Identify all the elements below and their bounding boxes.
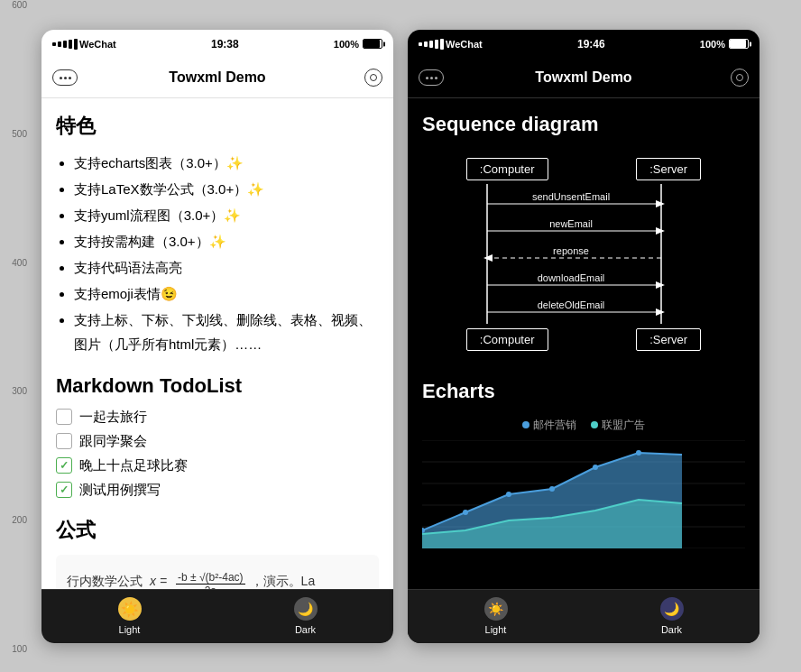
- todo-label-1: 一起去旅行: [79, 409, 147, 426]
- formula-text: 行内数学公式 x = -b ± √(b²-4ac) 2a ，演示。La: [67, 566, 368, 589]
- chart-dot: [636, 450, 641, 456]
- right-scroll-area[interactable]: Sequence diagram :Computer :Server: [408, 98, 760, 589]
- left-tab-light[interactable]: ☀️ Light: [41, 590, 217, 643]
- chart-dot: [593, 465, 598, 470]
- left-battery-icon: [363, 39, 382, 49]
- left-title: Towxml Demo: [78, 69, 357, 86]
- svg-marker-5: [656, 227, 665, 235]
- msg-2-label: newEmail: [549, 218, 593, 229]
- sequence-arrows-svg: sendUnsentEmail newEmail reponse downloa…: [422, 184, 745, 328]
- seq-top-boxes: :Computer :Server: [422, 158, 745, 180]
- left-tab-dark-label: Dark: [295, 624, 316, 635]
- right-tab-bar: ☀️ Light 🌙 Dark: [408, 589, 760, 643]
- todo-checkbox-1[interactable]: [56, 409, 72, 425]
- feature-list: 支持echarts图表（3.0+）✨ 支持LaTeX数学公式（3.0+）✨ 支持…: [56, 151, 379, 356]
- left-battery-area: 100%: [334, 39, 382, 50]
- right-battery-area: 100%: [700, 39, 749, 50]
- svg-marker-7: [483, 254, 493, 262]
- todo-label-2: 跟同学聚会: [79, 433, 147, 450]
- svg-marker-11: [656, 308, 665, 316]
- list-item: 支持emoji表情😉: [74, 281, 379, 306]
- right-carrier: WeChat: [446, 39, 483, 50]
- chart-legend: 邮件营销 联盟广告: [422, 418, 745, 433]
- right-status-time: 19:46: [483, 38, 700, 51]
- legend-item-2: 联盟广告: [591, 418, 645, 433]
- seq-actor-server-bottom: :Server: [636, 328, 701, 351]
- left-signal: [52, 39, 78, 50]
- left-tab-light-label: Light: [119, 624, 141, 635]
- formula-title: 公式: [56, 517, 379, 544]
- seq-actor-computer-top: :Computer: [466, 158, 548, 180]
- todo-checkbox-3[interactable]: [56, 457, 72, 474]
- left-scroll-area[interactable]: 特色 支持echarts图表（3.0+）✨ 支持LaTeX数学公式（3.0+）✨…: [41, 98, 393, 589]
- todo-label-3: 晚上十点足球比赛: [79, 457, 188, 474]
- left-battery-pct: 100%: [334, 39, 359, 50]
- legend-item-1: 邮件营销: [522, 418, 576, 433]
- chart-dot: [463, 510, 468, 515]
- legend-dot-2: [591, 421, 598, 428]
- legend-dot-1: [522, 421, 529, 428]
- echarts-title: Echarts: [422, 380, 745, 403]
- list-item: 支持LaTeX数学公式（3.0+）✨: [74, 177, 379, 201]
- right-phone: WeChat 19:46 100% Towxml Demo Sequence d…: [408, 30, 760, 643]
- list-item: 支持echarts图表（3.0+）✨: [74, 151, 379, 175]
- list-item: 支持代码语法高亮: [74, 255, 379, 280]
- left-phone: WeChat 19:38 100% Towxml Demo 特色 支持echar…: [41, 30, 393, 643]
- right-sun-icon: ☀️: [484, 597, 508, 621]
- echarts-section: Echarts 邮件营销 联盟广告 600 500: [422, 380, 745, 548]
- left-status-time: 19:38: [116, 38, 334, 51]
- right-menu-dots[interactable]: [419, 69, 444, 86]
- right-status-bar: WeChat 19:46 100%: [408, 30, 760, 59]
- todo-section: Markdown TodoList 一起去旅行 跟同学聚会 晚上十点足球比赛: [56, 374, 379, 499]
- left-moon-icon: 🌙: [294, 597, 318, 621]
- todo-title: Markdown TodoList: [56, 374, 379, 398]
- left-tab-dark[interactable]: 🌙 Dark: [217, 590, 393, 643]
- right-title-bar: Towxml Demo: [408, 59, 760, 98]
- right-battery-icon: [729, 39, 749, 49]
- formula-section: 公式 行内数学公式 x = -b ± √(b²-4ac) 2a ，演示。La: [56, 517, 379, 589]
- todo-item-1: 一起去旅行: [56, 409, 379, 426]
- chart-svg: [422, 440, 745, 548]
- sequence-title: Sequence diagram: [422, 113, 745, 136]
- todo-label-4: 测试用例撰写: [79, 482, 161, 499]
- features-title: 特色: [56, 113, 379, 140]
- formula-prefix: 行内数学公式: [67, 570, 143, 589]
- left-status-bar: WeChat 19:38 100%: [41, 30, 393, 59]
- chart-dot: [506, 492, 511, 497]
- list-item: 支持按需构建（3.0+）✨: [74, 229, 379, 253]
- list-item: 支持yuml流程图（3.0+）✨: [74, 203, 379, 227]
- chart-dot: [549, 486, 555, 492]
- seq-actor-computer-bottom: :Computer: [466, 328, 548, 351]
- left-sun-icon: ☀️: [118, 597, 142, 621]
- right-moon-icon: 🌙: [660, 597, 684, 621]
- chart-container: 600 500 400 300 200 100: [422, 440, 745, 548]
- msg-5-label: deleteOldEmail: [538, 299, 605, 310]
- seq-bottom-boxes: :Computer :Server: [422, 328, 745, 351]
- seq-actor-server-top: :Server: [636, 158, 701, 180]
- left-record-button[interactable]: [364, 69, 382, 87]
- sequence-diagram: :Computer :Server sendUnsentEmail: [422, 151, 745, 362]
- legend-label-1: 邮件营销: [533, 418, 576, 433]
- right-battery-pct: 100%: [700, 39, 725, 50]
- left-menu-dots[interactable]: [52, 69, 78, 86]
- left-tab-bar: ☀️ Light 🌙 Dark: [41, 589, 393, 643]
- left-carrier: WeChat: [79, 39, 116, 50]
- todo-list: 一起去旅行 跟同学聚会 晚上十点足球比赛 测试用例撰写: [56, 409, 379, 499]
- fraction-display: -b ± √(b²-4ac) 2a: [174, 566, 247, 589]
- right-tab-light[interactable]: ☀️ Light: [408, 590, 584, 643]
- formula-var-x: x =: [150, 570, 167, 589]
- msg-1-label: sendUnsentEmail: [532, 191, 610, 202]
- right-tab-dark[interactable]: 🌙 Dark: [584, 590, 760, 643]
- legend-label-2: 联盟广告: [602, 418, 645, 433]
- left-title-bar: Towxml Demo: [41, 59, 393, 98]
- right-signal: [419, 39, 444, 50]
- todo-checkbox-4[interactable]: [56, 482, 72, 498]
- todo-item-4: 测试用例撰写: [56, 482, 379, 499]
- svg-marker-9: [656, 281, 665, 289]
- right-record-button[interactable]: [731, 69, 749, 87]
- todo-item-3: 晚上十点足球比赛: [56, 457, 379, 474]
- todo-checkbox-2[interactable]: [56, 433, 72, 449]
- right-tab-light-label: Light: [485, 624, 507, 635]
- formula-box: 行内数学公式 x = -b ± √(b²-4ac) 2a ，演示。La: [56, 555, 379, 589]
- svg-marker-3: [656, 200, 665, 207]
